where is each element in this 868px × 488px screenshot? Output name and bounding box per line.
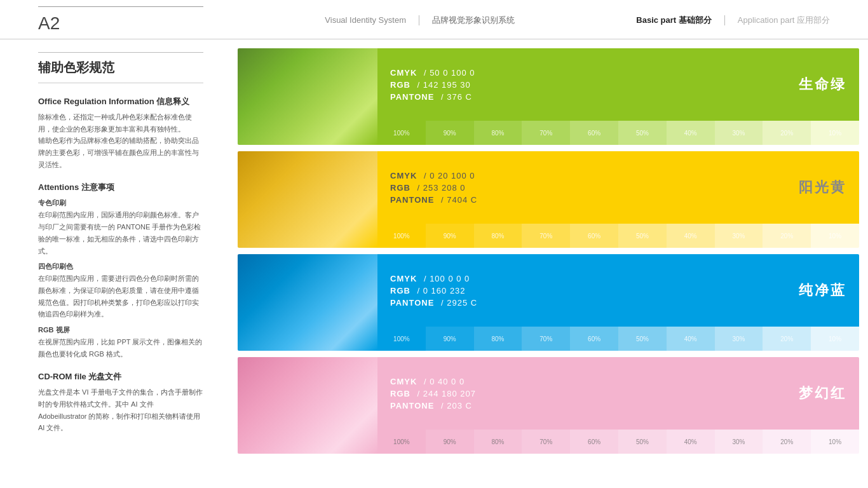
swatch-blue-50%: 50% (618, 327, 667, 351)
sub-heading-2: 四色印刷色 (38, 262, 203, 271)
swatch-yellow-70%: 70% (522, 224, 570, 248)
color-name-blue: 纯净蓝 (799, 281, 846, 300)
color-block-blue: CMYK / 100 0 0 0 RGB / 0 160 232 PANTONE… (238, 254, 859, 351)
swatch-blue-40%: 40% (667, 327, 715, 351)
swatch-pink-50%: 50% (618, 430, 667, 454)
swatch-yellow-30%: 30% (715, 224, 763, 248)
swatch-green-60%: 60% (570, 121, 618, 145)
swatch-green-70%: 70% (522, 121, 570, 145)
cmyk-row-green: CMYK / 50 0 100 0 (390, 68, 846, 78)
section1-text: 除标准色，还指定一种或几种色彩来配合标准色使用，使企业的色彩形象更加丰富和具有独… (38, 111, 203, 170)
color-info-top-yellow: CMYK / 0 20 100 0 RGB / 253 208 0 PANTON… (377, 151, 859, 224)
color-swatches-green: 100%90%80%70%60%50%40%30%20%10% (377, 121, 859, 145)
swatch-green-40%: 40% (667, 121, 715, 145)
swatch-yellow-90%: 90% (426, 224, 474, 248)
sub-heading-3: RGB 视屏 (38, 325, 203, 335)
swatch-blue-10%: 10% (811, 327, 859, 351)
cmyk-row-yellow: CMYK / 0 20 100 0 (390, 171, 846, 180)
section1-heading: Office Regulation Information 信息释义 (38, 96, 203, 107)
color-name-yellow: 阳光黄 (799, 178, 846, 197)
color-swatches-yellow: 100%90%80%70%60%50%40%30%20%10% (377, 224, 859, 248)
header-right-nav: Basic part 基础部分 Application part 应用部分 (636, 15, 830, 26)
swatch-green-90%: 90% (426, 121, 474, 145)
swatch-yellow-80%: 80% (474, 224, 522, 248)
swatch-blue-20%: 20% (763, 327, 811, 351)
sidebar-top-line (38, 52, 203, 53)
swatch-pink-20%: 20% (763, 430, 811, 454)
swatch-pink-70%: 70% (522, 430, 570, 454)
swatch-pink-10%: 10% (811, 430, 859, 454)
color-info-section-pink: CMYK / 0 40 0 0 RGB / 244 180 207 PANTON… (377, 357, 859, 454)
swatch-pink-40%: 40% (667, 430, 715, 454)
sub-text-3: 在视屏范围内应用，比如 PPT 展示文件，图像相关的颜色也要转化成 RGB 格式… (38, 336, 203, 360)
header-center-nav: Visual Identity System 品牌视觉形象识别系统 (325, 15, 515, 26)
swatch-yellow-100%: 100% (377, 224, 426, 248)
swatch-yellow-40%: 40% (667, 224, 715, 248)
pantone-row-blue: PANTONE / 2925 C (390, 298, 846, 308)
color-content: CMYK / 50 0 100 0 RGB / 142 195 30 PANTO… (229, 39, 868, 488)
rgb-row-blue: RGB / 0 160 232 (390, 286, 846, 295)
swatch-blue-70%: 70% (522, 327, 570, 351)
rgb-row-pink: RGB / 244 180 207 (390, 389, 846, 398)
swatch-pink-90%: 90% (426, 430, 474, 454)
swatch-blue-60%: 60% (570, 327, 618, 351)
swatch-green-30%: 30% (715, 121, 763, 145)
section3-heading: CD-ROM file 光盘文件 (38, 371, 203, 383)
swatch-green-80%: 80% (474, 121, 522, 145)
pantone-row-green: PANTONE / 376 C (390, 92, 846, 102)
swatch-green-100%: 100% (377, 121, 426, 145)
color-info-top-blue: CMYK / 100 0 0 0 RGB / 0 160 232 PANTONE… (377, 254, 859, 327)
color-info-top-pink: CMYK / 0 40 0 0 RGB / 244 180 207 PANTON… (377, 357, 859, 430)
color-block-yellow: CMYK / 0 20 100 0 RGB / 253 208 0 PANTON… (238, 151, 859, 248)
color-swatches-pink: 100%90%80%70%60%50%40%30%20%10% (377, 430, 859, 454)
cmyk-row-pink: CMYK / 0 40 0 0 (390, 377, 846, 386)
page-header: A2 Visual Identity System 品牌视觉形象识别系统 Bas… (0, 0, 868, 39)
rgb-row-yellow: RGB / 253 208 0 (390, 183, 846, 193)
swatch-blue-90%: 90% (426, 327, 474, 351)
swatch-yellow-50%: 50% (618, 224, 667, 248)
color-block-green: CMYK / 50 0 100 0 RGB / 142 195 30 PANTO… (238, 48, 859, 145)
section2-heading: Attentions 注意事项 (38, 182, 203, 193)
color-info-section-blue: CMYK / 100 0 0 0 RGB / 0 160 232 PANTONE… (377, 254, 859, 351)
main-layout: 辅助色彩规范 Office Regulation Information 信息释… (0, 39, 868, 488)
color-info-section-green: CMYK / 50 0 100 0 RGB / 142 195 30 PANTO… (377, 48, 859, 145)
color-photo-yellow (238, 151, 377, 248)
swatch-green-20%: 20% (763, 121, 811, 145)
color-name-pink: 梦幻红 (799, 384, 846, 403)
color-name-green: 生命绿 (799, 75, 846, 94)
swatch-yellow-10%: 10% (811, 224, 859, 248)
swatch-blue-30%: 30% (715, 327, 763, 351)
color-swatches-blue: 100%90%80%70%60%50%40%30%20%10% (377, 327, 859, 351)
color-photo-green (238, 48, 377, 145)
swatch-yellow-60%: 60% (570, 224, 618, 248)
swatch-pink-80%: 80% (474, 430, 522, 454)
cmyk-row-blue: CMYK / 100 0 0 0 (390, 274, 846, 283)
nav-divider2 (724, 15, 725, 25)
swatch-pink-60%: 60% (570, 430, 618, 454)
pantone-row-yellow: PANTONE / 7404 C (390, 195, 846, 205)
section3-text: 光盘文件是本 VI 手册电子文件的集合，内含手册制作时的专用软件格式文件。其中 … (38, 386, 203, 434)
swatch-green-50%: 50% (618, 121, 667, 145)
swatch-blue-100%: 100% (377, 327, 426, 351)
pantone-row-pink: PANTONE / 203 C (390, 401, 846, 410)
sub-text-1: 在印刷范围内应用，国际通用的印刷颜色标准。客户与印厂之间需要有统一的 PANTO… (38, 209, 203, 257)
rgb-row-green: RGB / 142 195 30 (390, 80, 846, 90)
nav-divider (419, 15, 419, 25)
swatch-pink-30%: 30% (715, 430, 763, 454)
sub-heading-1: 专色印刷 (38, 198, 203, 208)
swatch-yellow-20%: 20% (763, 224, 811, 248)
color-info-section-yellow: CMYK / 0 20 100 0 RGB / 253 208 0 PANTON… (377, 151, 859, 248)
color-info-top-green: CMYK / 50 0 100 0 RGB / 142 195 30 PANTO… (377, 48, 859, 121)
header-top-line (38, 6, 203, 7)
color-photo-pink (238, 357, 377, 454)
sub-text-2: 在印刷范围内应用，需要进行四色分色印刷时所需的颜色标准，为保证印刷的色彩质量，请… (38, 273, 203, 320)
swatch-pink-100%: 100% (377, 430, 426, 454)
sidebar-title: 辅助色彩规范 (38, 59, 203, 83)
color-photo-blue (238, 254, 377, 351)
sidebar: 辅助色彩规范 Office Regulation Information 信息释… (0, 39, 229, 488)
swatch-blue-80%: 80% (474, 327, 522, 351)
swatch-green-10%: 10% (811, 121, 859, 145)
page-number: A2 (38, 6, 203, 34)
color-block-pink: CMYK / 0 40 0 0 RGB / 244 180 207 PANTON… (238, 357, 859, 454)
